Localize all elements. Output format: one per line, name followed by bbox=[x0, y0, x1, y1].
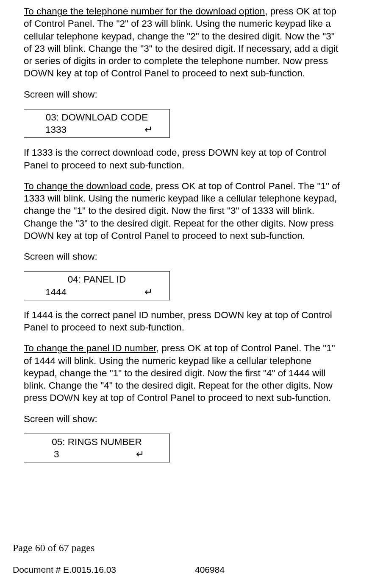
paragraph-change-telephone: To change the telephone number for the d… bbox=[24, 5, 342, 80]
lcd-row: 3 ↵ bbox=[29, 448, 164, 460]
paragraph-change-download-code: To change the download code, press OK at… bbox=[24, 180, 342, 242]
screen-label: Screen will show: bbox=[24, 88, 342, 101]
page-footer: Page 60 of 67 pages Document # E.0015.16… bbox=[13, 541, 359, 575]
return-icon: ↵ bbox=[144, 286, 153, 298]
lcd-row: 1444 ↵ bbox=[29, 286, 164, 298]
paragraph-download-code-ok: If 1333 is the correct download code, pr… bbox=[24, 146, 342, 171]
page-number: Page 60 of 67 pages bbox=[13, 541, 359, 554]
screen-label: Screen will show: bbox=[24, 250, 342, 263]
lead-text: To change the download code bbox=[24, 181, 150, 191]
lead-text: To change the panel ID number bbox=[24, 343, 156, 353]
return-icon: ↵ bbox=[136, 448, 144, 460]
lead-text: To change the telephone number for the d… bbox=[24, 6, 265, 17]
lcd-title: 04: PANEL ID bbox=[29, 273, 164, 286]
lcd-rings-number: 05: RINGS NUMBER 3 ↵ bbox=[24, 434, 170, 463]
lcd-value: 3 bbox=[54, 448, 59, 460]
lcd-title: 03: DOWNLOAD CODE bbox=[29, 111, 164, 123]
body-text: , press OK at top of Control Panel. The … bbox=[24, 6, 338, 78]
lcd-value: 1444 bbox=[45, 286, 67, 298]
screen-label: Screen will show: bbox=[24, 413, 342, 425]
lcd-value: 1333 bbox=[45, 123, 67, 136]
lcd-download-code: 03: DOWNLOAD CODE 1333 ↵ bbox=[24, 109, 170, 138]
document-id: 406984 bbox=[195, 564, 225, 575]
return-icon: ↵ bbox=[144, 123, 153, 136]
lcd-title: 05: RINGS NUMBER bbox=[29, 436, 164, 448]
paragraph-panel-id-ok: If 1444 is the correct panel ID number, … bbox=[24, 309, 342, 334]
document-number: Document # E.0015.16.03 bbox=[13, 564, 195, 575]
lcd-panel-id: 04: PANEL ID 1444 ↵ bbox=[24, 271, 170, 300]
document-body: To change the telephone number for the d… bbox=[24, 5, 359, 462]
document-info: Document # E.0015.16.03 406984 bbox=[13, 564, 359, 575]
paragraph-change-panel-id: To change the panel ID number, press OK … bbox=[24, 342, 342, 404]
lcd-row: 1333 ↵ bbox=[29, 123, 164, 136]
